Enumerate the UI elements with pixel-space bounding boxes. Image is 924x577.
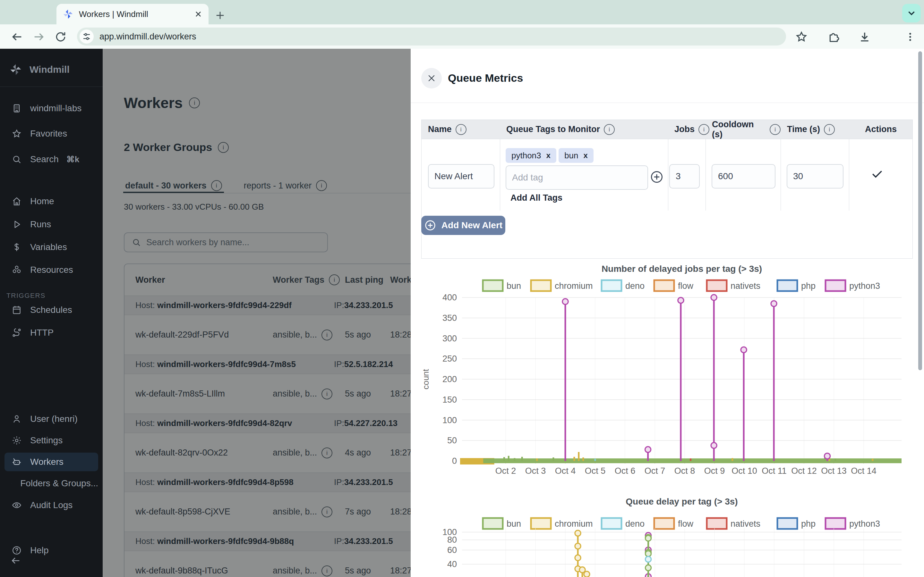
new-tab-button[interactable] xyxy=(212,7,228,24)
remove-tag-button[interactable]: x xyxy=(583,151,588,160)
sidebar-item-search[interactable]: Search ⌘k xyxy=(5,150,98,169)
svg-text:Oct 4: Oct 4 xyxy=(555,466,576,476)
drawer-title: Queue Metrics xyxy=(448,72,523,84)
browser-tab[interactable]: Workers | Windmill xyxy=(57,4,208,24)
forward-button[interactable] xyxy=(31,29,46,44)
queue-delay-chart: Queue delay per tag (> 3s)bunchromiumden… xyxy=(411,490,924,577)
svg-text:Oct 2: Oct 2 xyxy=(495,466,516,476)
svg-text:150: 150 xyxy=(443,395,457,405)
svg-text:300: 300 xyxy=(443,334,457,343)
svg-text:chromium: chromium xyxy=(555,519,593,529)
tag-pill-python3: python3x xyxy=(506,148,556,163)
sidebar-item-user[interactable]: User (henri) xyxy=(5,410,98,428)
menu-button[interactable] xyxy=(903,29,918,44)
svg-text:250: 250 xyxy=(443,354,457,364)
user-icon xyxy=(11,414,22,424)
close-icon xyxy=(427,73,436,83)
tag-pill-bun: bunx xyxy=(559,148,594,163)
svg-text:nativets: nativets xyxy=(730,281,760,291)
arrow-left-icon xyxy=(11,31,23,43)
sidebar-item-workers[interactable]: Workers xyxy=(5,453,98,471)
folder-icon xyxy=(11,478,12,488)
svg-text:flow: flow xyxy=(678,281,694,291)
delayed-jobs-chart: Number of delayed jobs per tag (> 3s)bun… xyxy=(411,256,924,490)
add-new-alert-button[interactable]: Add New Alert xyxy=(421,216,505,235)
tune-icon xyxy=(82,32,91,41)
check-icon xyxy=(870,167,884,181)
alert-table-header: Namei Queue Tags to Monitori Jobsi Coold… xyxy=(422,120,913,139)
svg-text:400: 400 xyxy=(443,293,457,302)
sidebar-item-audit-logs[interactable]: Audit Logs xyxy=(5,496,98,514)
jobs-input[interactable]: 3 xyxy=(669,164,700,189)
route-icon xyxy=(11,327,22,338)
sidebar-item-resources[interactable]: Resources xyxy=(5,261,98,279)
help-icon xyxy=(11,545,22,556)
tab-title: Workers | Windmill xyxy=(79,9,194,19)
svg-text:python3: python3 xyxy=(849,519,880,529)
svg-text:50: 50 xyxy=(447,436,457,445)
puzzle-icon xyxy=(827,31,840,43)
play-icon xyxy=(11,219,22,229)
svg-text:Oct 5: Oct 5 xyxy=(585,466,606,476)
back-button[interactable] xyxy=(10,29,24,44)
svg-text:Oct 8: Oct 8 xyxy=(674,466,695,476)
tab-search-button[interactable] xyxy=(902,4,921,23)
time-input[interactable]: 30 xyxy=(787,164,843,189)
sidebar-item-runs[interactable]: Runs xyxy=(5,215,98,234)
windmill-favicon xyxy=(62,8,74,20)
calendar-icon xyxy=(11,305,22,315)
sidebar-item-http[interactable]: HTTP xyxy=(5,324,98,342)
sidebar-item-schedules[interactable]: Schedules xyxy=(5,301,98,319)
cooldown-input[interactable]: 600 xyxy=(712,164,775,189)
svg-text:Oct 9: Oct 9 xyxy=(704,466,725,476)
queue-metrics-drawer: Queue Metrics Queue Alert Settings i Nam… xyxy=(411,49,924,577)
plus-circle-icon xyxy=(424,219,436,231)
svg-text:bun: bun xyxy=(507,281,521,291)
url-text: app.windmill.dev/workers xyxy=(99,32,196,42)
confirm-alert-button[interactable] xyxy=(870,167,884,181)
bookmark-button[interactable] xyxy=(794,29,809,44)
drawer-backdrop[interactable] xyxy=(103,49,411,577)
add-tag-button[interactable] xyxy=(650,170,664,184)
reload-button[interactable] xyxy=(53,29,68,44)
arrow-left-icon xyxy=(10,555,21,566)
svg-text:php: php xyxy=(801,519,816,529)
drawer-scrollbar[interactable] xyxy=(918,51,922,370)
browser-toolbar: app.windmill.dev/workers xyxy=(0,24,924,49)
brand[interactable]: Windmill xyxy=(9,63,69,76)
svg-text:count: count xyxy=(421,369,431,389)
windmill-logo-icon xyxy=(9,63,23,76)
svg-text:100: 100 xyxy=(443,416,457,425)
remove-tag-button[interactable]: x xyxy=(546,151,551,160)
sidebar-item-settings[interactable]: Settings xyxy=(5,431,98,450)
alert-table: Namei Queue Tags to Monitori Jobsi Coold… xyxy=(421,119,913,259)
info-icon: i xyxy=(770,124,780,135)
add-all-tags-button[interactable]: Add All Tags xyxy=(510,193,562,203)
plus-circle-icon xyxy=(650,170,664,184)
svg-text:Oct 13: Oct 13 xyxy=(821,466,846,476)
arrow-right-icon xyxy=(32,31,45,43)
downloads-button[interactable] xyxy=(857,29,872,44)
add-tag-input[interactable]: Add tag xyxy=(506,165,648,190)
svg-text:python3: python3 xyxy=(849,281,880,291)
address-bar[interactable]: app.windmill.dev/workers xyxy=(77,27,786,45)
alert-name-input[interactable]: New Alert xyxy=(428,164,494,189)
tab-close-icon[interactable] xyxy=(194,10,203,19)
cubes-icon xyxy=(11,265,22,275)
sidebar-item-favorites[interactable]: Favorites xyxy=(5,124,98,143)
kebab-menu-icon xyxy=(905,31,916,43)
site-info-button[interactable] xyxy=(79,29,94,44)
svg-text:flow: flow xyxy=(678,519,694,529)
sidebar-item-folders[interactable]: Folders & Groups... xyxy=(5,474,98,493)
svg-text:200: 200 xyxy=(443,374,457,384)
star-icon xyxy=(11,129,22,139)
close-drawer-button[interactable] xyxy=(421,68,442,89)
sidebar-item-home[interactable]: Home xyxy=(5,192,98,211)
sidebar-item-variables[interactable]: Variables xyxy=(5,238,98,256)
collapse-sidebar-button[interactable] xyxy=(10,555,21,566)
sidebar-item-workspace[interactable]: windmill-labs xyxy=(5,99,98,118)
svg-text:Oct 14: Oct 14 xyxy=(851,466,877,476)
browser-tab-strip: Workers | Windmill xyxy=(0,0,924,24)
extensions-button[interactable] xyxy=(827,29,841,44)
svg-text:Number of delayed jobs per tag: Number of delayed jobs per tag (> 3s) xyxy=(602,264,762,274)
